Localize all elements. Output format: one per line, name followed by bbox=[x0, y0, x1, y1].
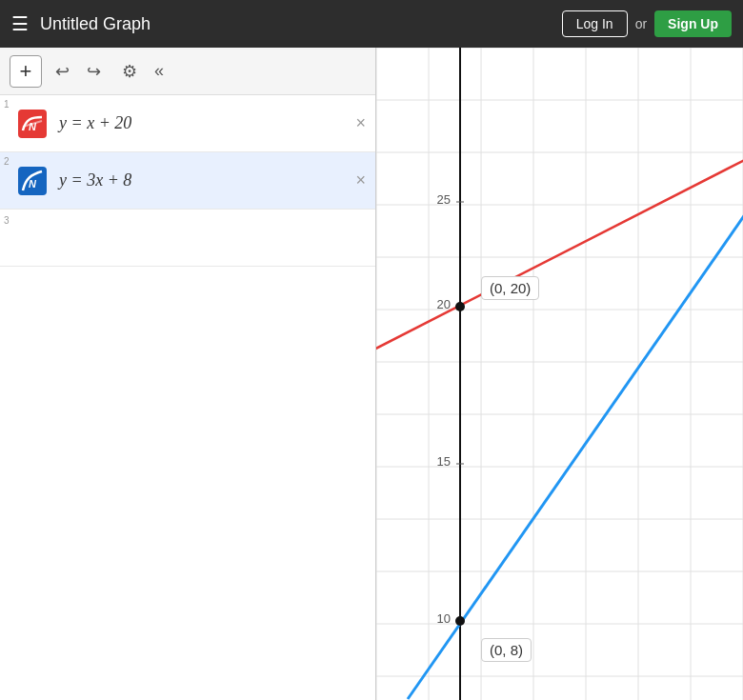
svg-point-40 bbox=[455, 616, 465, 626]
login-button[interactable]: Log In bbox=[562, 10, 628, 37]
svg-text:10: 10 bbox=[437, 611, 451, 626]
add-expression-button[interactable]: + bbox=[10, 55, 42, 88]
settings-button[interactable]: ⚙ bbox=[118, 57, 141, 86]
redo-button[interactable]: ↪ bbox=[83, 57, 105, 86]
signup-button[interactable]: Sign Up bbox=[654, 10, 732, 37]
expression-row-2: 2 N y = 3x + 8 × bbox=[0, 152, 375, 210]
expression-number-1: 1 bbox=[0, 95, 13, 151]
svg-text:20: 20 bbox=[437, 297, 451, 311]
svg-text:15: 15 bbox=[437, 454, 451, 469]
expression-number-2: 2 bbox=[0, 152, 13, 209]
svg-text:25: 25 bbox=[437, 192, 451, 207]
expression-row-1: 1 N y = x + 20 × bbox=[0, 95, 375, 152]
expression-formula-1[interactable]: y = x + 20 bbox=[51, 95, 346, 151]
main: + ↩ ↪ ⚙ « 1 N y = x + 20 bbox=[0, 48, 743, 700]
expression-list: 1 N y = x + 20 × 2 bbox=[0, 95, 375, 700]
graph-svg: 25 20 15 10 5 bbox=[376, 48, 743, 700]
expression-row-3: 3 bbox=[0, 210, 375, 267]
expression-color-icon-2[interactable]: N bbox=[13, 152, 51, 209]
hamburger-icon[interactable]: ☰ bbox=[11, 12, 29, 35]
svg-text:N: N bbox=[29, 178, 37, 190]
toolbar: + ↩ ↪ ⚙ « bbox=[0, 48, 375, 95]
graph-area[interactable]: 25 20 15 10 5 bbox=[376, 48, 743, 700]
expression-formula-2[interactable]: y = 3x + 8 bbox=[51, 152, 346, 209]
collapse-sidebar-button[interactable]: « bbox=[151, 57, 168, 85]
expression-number-3: 3 bbox=[0, 210, 13, 226]
header: ☰ Untitled Graph Log In or Sign Up bbox=[0, 0, 743, 48]
svg-line-36 bbox=[376, 105, 743, 359]
expression-color-icon-1[interactable]: N bbox=[13, 95, 51, 151]
svg-text:N: N bbox=[29, 121, 37, 132]
sidebar: + ↩ ↪ ⚙ « 1 N y = x + 20 bbox=[0, 48, 376, 700]
undo-button[interactable]: ↩ bbox=[51, 57, 73, 86]
svg-line-37 bbox=[408, 60, 743, 699]
svg-point-38 bbox=[455, 302, 465, 311]
expression-delete-1[interactable]: × bbox=[346, 95, 375, 151]
header-right: Log In or Sign Up bbox=[562, 10, 732, 37]
or-text: or bbox=[635, 16, 647, 31]
app-title: Untitled Graph bbox=[40, 14, 551, 34]
expression-delete-2[interactable]: × bbox=[346, 152, 375, 209]
